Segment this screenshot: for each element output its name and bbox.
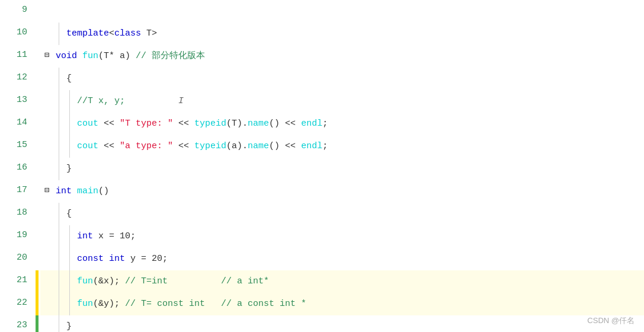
gutter: [36, 23, 40, 45]
token-kw: int: [77, 231, 93, 241]
indent-guide: [53, 270, 64, 293]
gutter: [36, 90, 40, 113]
code-text: {: [64, 68, 644, 90]
code-text: const int y = 20;: [75, 248, 644, 270]
fold-indicator: [40, 0, 53, 23]
token-default: {: [66, 74, 72, 84]
token-cmt: // T=int: [125, 276, 168, 286]
text-cursor: I: [178, 96, 184, 106]
code-text: cout << "T type: " << typeid(T).name() <…: [75, 113, 644, 135]
line-number: 14: [0, 113, 36, 135]
token-default: (&x);: [93, 276, 125, 286]
token-fn: name: [248, 141, 269, 151]
line-number: 9: [0, 0, 36, 23]
line-number: 18: [0, 203, 36, 225]
indent-guide: [64, 135, 75, 158]
line-number: 10: [0, 23, 36, 45]
code-line: 14cout << "T type: " << typeid(T).name()…: [0, 113, 644, 135]
token-cmt: // 部分特化版本: [136, 51, 205, 61]
fold-indicator: [40, 270, 53, 293]
token-fn: main: [77, 186, 98, 196]
token-op: =: [109, 231, 114, 241]
token-fn: typeid: [194, 141, 226, 151]
gutter: [36, 158, 40, 180]
indent-guide: [53, 293, 64, 315]
token-default: y: [125, 254, 141, 264]
token-default: ;: [322, 119, 328, 129]
watermark: CSDN @仟名: [587, 315, 635, 326]
indent-guide: [64, 248, 75, 270]
code-text: fun(&y); // T= const int // a const int …: [75, 293, 644, 315]
token-fn: fun: [77, 276, 93, 286]
indent-guide: [53, 113, 64, 135]
line-number: 11: [0, 45, 36, 68]
code-text: cout << "a type: " << typeid(a).name() <…: [75, 135, 644, 158]
token-default: (T).: [226, 119, 248, 129]
code-text: }: [64, 315, 644, 332]
fold-indicator: [40, 68, 53, 90]
fold-indicator: [40, 225, 53, 248]
line-number: 21: [0, 270, 36, 293]
gutter: [36, 203, 40, 225]
indent-guide: [53, 68, 64, 90]
token-default: [72, 186, 77, 196]
token-str: "T type: ": [120, 119, 173, 129]
code-text: fun(&x); // T=int // a int*: [75, 270, 644, 293]
line-number: 17: [0, 180, 36, 203]
indent-guide: [53, 203, 64, 225]
code-line: 23}: [0, 315, 644, 332]
code-line: 20const int y = 20;: [0, 248, 644, 270]
token-default: 10;: [114, 231, 136, 241]
code-text: void fun(T* a) // 部分特化版本: [53, 45, 644, 68]
token-kw: const: [77, 254, 104, 264]
token-op: <<: [98, 141, 120, 151]
fold-indicator: [40, 23, 53, 45]
token-default: [205, 299, 221, 309]
gutter: [36, 293, 40, 315]
gutter: [36, 68, 40, 90]
fold-indicator[interactable]: ⊟: [40, 45, 53, 68]
token-default: (&y);: [93, 299, 125, 309]
line-number: 16: [0, 158, 36, 180]
indent-guide: [53, 225, 64, 248]
code-text: int x = 10;: [75, 225, 644, 248]
token-fn: fun: [82, 51, 98, 61]
code-line: 22fun(&y); // T= const int // a const in…: [0, 293, 644, 315]
gutter: [36, 45, 40, 68]
token-default: [77, 51, 82, 61]
indent-guide: [53, 158, 64, 180]
indent-guide: [64, 90, 75, 113]
gutter: [36, 0, 40, 23]
fold-indicator: [40, 90, 53, 113]
indent-guide: [64, 270, 75, 293]
token-op: <<: [173, 119, 194, 129]
code-line: 10template<class T>: [0, 23, 644, 45]
token-cmt: // a int*: [221, 276, 269, 286]
token-default: 20;: [146, 254, 168, 264]
gutter: [36, 113, 40, 135]
token-default: T>: [141, 28, 157, 39]
gutter: [36, 135, 40, 158]
code-line: 19int x = 10;: [0, 225, 644, 248]
line-number: 13: [0, 90, 36, 113]
token-default: [168, 276, 221, 286]
fold-indicator[interactable]: ⊟: [40, 180, 53, 203]
fold-indicator: [40, 113, 53, 135]
token-op: <<: [173, 141, 194, 151]
token-default: (): [98, 186, 109, 196]
indent-guide: [53, 135, 64, 158]
code-line: 11⊟void fun(T* a) // 部分特化版本: [0, 45, 644, 68]
fold-indicator: [40, 158, 53, 180]
token-cmt: //T x, y;: [77, 96, 125, 106]
gutter: [36, 315, 40, 332]
token-fn: endl: [301, 119, 322, 129]
code-editor: 9 10template<class T>11⊟void fun(T* a) /…: [0, 0, 644, 332]
gutter: [36, 270, 40, 293]
token-default: [104, 254, 109, 264]
code-line: 9: [0, 0, 644, 23]
code-line: 21fun(&x); // T=int // a int*: [0, 270, 644, 293]
token-default: {: [66, 209, 72, 219]
fold-indicator: [40, 293, 53, 315]
token-op: <: [109, 28, 114, 39]
token-default: }: [66, 164, 72, 174]
